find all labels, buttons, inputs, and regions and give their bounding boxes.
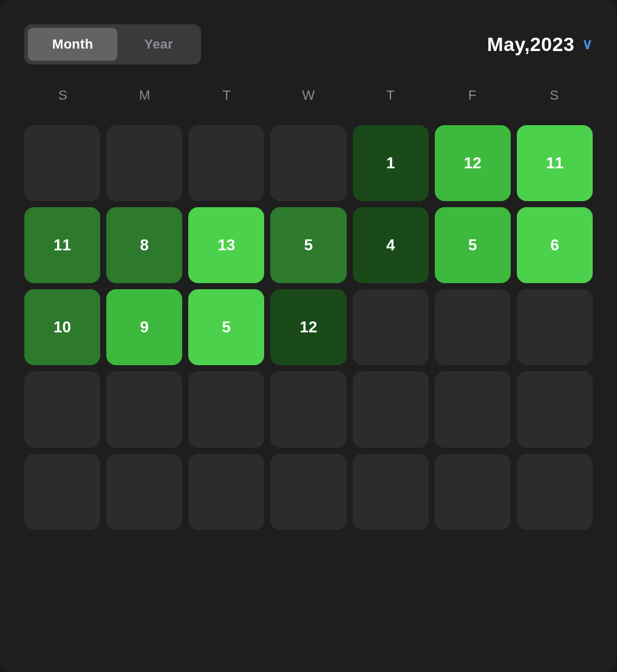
- day-cell-week1-day0[interactable]: 11: [24, 207, 100, 283]
- day-cell-week2-day4: [353, 289, 429, 365]
- day-cell-week3-day0: [24, 371, 100, 447]
- month-toggle-button[interactable]: Month: [28, 28, 117, 61]
- calendar-grid: 11211118135456109512: [24, 125, 593, 530]
- day-cell-week2-day3[interactable]: 12: [270, 289, 346, 365]
- day-cell-week4-day5: [435, 454, 511, 530]
- day-cell-week0-day1: [106, 125, 182, 201]
- day-cell-week3-day6: [517, 371, 593, 447]
- day-cell-week2-day5: [435, 289, 511, 365]
- month-title: May,2023: [487, 33, 574, 56]
- weekday-label-0: S: [24, 83, 101, 108]
- weekday-label-6: S: [516, 83, 593, 108]
- day-cell-week1-day3[interactable]: 5: [270, 207, 346, 283]
- day-cell-week4-day3: [270, 454, 346, 530]
- day-cell-week4-day1: [106, 454, 182, 530]
- day-cell-week1-day4[interactable]: 4: [353, 207, 429, 283]
- day-cell-week4-day6: [517, 454, 593, 530]
- day-cell-week4-day2: [188, 454, 264, 530]
- day-cell-week4-day0: [24, 454, 100, 530]
- day-cell-week3-day5: [435, 371, 511, 447]
- calendar-container: Month Year May,2023 ∨ SMTWTFS 1121111813…: [0, 0, 617, 672]
- day-cell-week2-day1[interactable]: 9: [106, 289, 182, 365]
- view-toggle-group: Month Year: [24, 24, 201, 64]
- weekday-label-2: T: [188, 83, 265, 108]
- weekday-label-1: M: [106, 83, 183, 108]
- day-cell-week4-day4: [353, 454, 429, 530]
- weekday-labels-row: SMTWTFS: [24, 83, 593, 108]
- day-cell-week3-day2: [188, 371, 264, 447]
- day-cell-week1-day2[interactable]: 13: [188, 207, 264, 283]
- month-selector[interactable]: May,2023 ∨: [487, 33, 593, 56]
- weekday-label-3: W: [270, 83, 347, 108]
- day-cell-week0-day4[interactable]: 1: [353, 125, 429, 201]
- day-cell-week0-day5[interactable]: 12: [435, 125, 511, 201]
- chevron-down-icon: ∨: [582, 36, 593, 53]
- day-cell-week3-day1: [106, 371, 182, 447]
- year-toggle-button[interactable]: Year: [120, 28, 197, 61]
- day-cell-week1-day6[interactable]: 6: [517, 207, 593, 283]
- day-cell-week2-day0[interactable]: 10: [24, 289, 100, 365]
- weekday-label-4: T: [352, 83, 429, 108]
- day-cell-week0-day2: [188, 125, 264, 201]
- day-cell-week2-day2[interactable]: 5: [188, 289, 264, 365]
- day-cell-week2-day6: [517, 289, 593, 365]
- day-cell-week3-day4: [353, 371, 429, 447]
- day-cell-week0-day3: [270, 125, 346, 201]
- header-row: Month Year May,2023 ∨: [24, 24, 593, 64]
- weekday-label-5: F: [434, 83, 511, 108]
- day-cell-week3-day3: [270, 371, 346, 447]
- day-cell-week0-day6[interactable]: 11: [517, 125, 593, 201]
- day-cell-week0-day0: [24, 125, 100, 201]
- day-cell-week1-day1[interactable]: 8: [106, 207, 182, 283]
- day-cell-week1-day5[interactable]: 5: [435, 207, 511, 283]
